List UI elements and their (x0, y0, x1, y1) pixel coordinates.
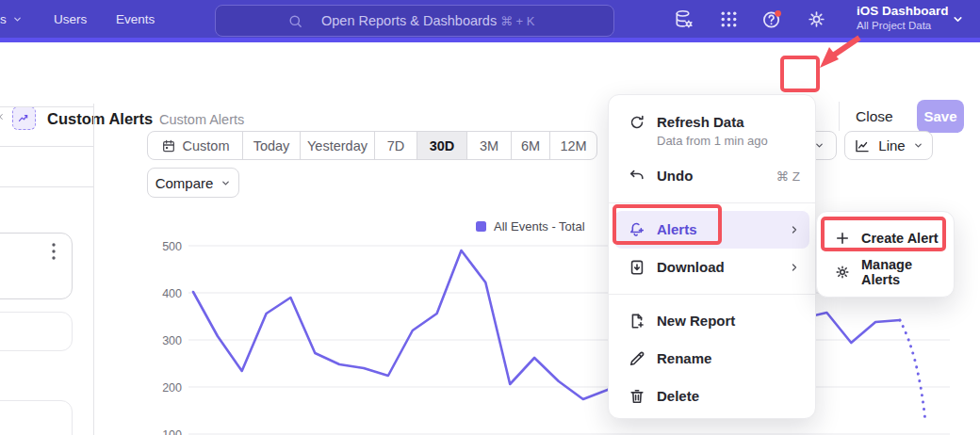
kebab-menu-icon[interactable] (48, 242, 59, 263)
menu-item-delete[interactable]: Delete (609, 378, 815, 415)
dashboard-card-partial[interactable] (0, 233, 73, 299)
context-menu: Refresh Data Data from 1 min ago Undo ⌘ … (608, 94, 816, 419)
chevron-down-icon (952, 13, 964, 25)
rail-divider (0, 146, 93, 147)
chevron-right-icon (789, 262, 800, 273)
y-axis-label: 200 (162, 381, 182, 395)
menu-divider (609, 202, 815, 203)
new-report-icon (628, 312, 646, 330)
app-window: s Users Events Open Reports & Dashboards… (0, 0, 980, 435)
settings-gear-icon[interactable] (806, 8, 827, 30)
menu-item-undo[interactable]: Undo ⌘ Z (609, 157, 815, 195)
search-icon (287, 13, 303, 29)
trash-icon (628, 387, 646, 406)
menu-item-shortcut: ⌘ Z (776, 169, 801, 184)
submenu-item-label: Create Alert (861, 231, 939, 246)
alerts-submenu: Create Alert Manage Alerts (816, 211, 955, 298)
manage-alerts-menu-item[interactable]: Manage Alerts (817, 255, 954, 289)
insights-chart-icon (17, 111, 31, 125)
menu-item-download[interactable]: Download (609, 249, 815, 286)
chevron-right-icon (789, 224, 800, 235)
nav-item-users[interactable]: Users (54, 0, 87, 38)
menu-item-label: Undo (657, 167, 693, 185)
menu-item-label: Alerts (657, 220, 697, 239)
search-shortcut-hint: ⌘ + K (500, 14, 535, 28)
y-axis-label: 400 (162, 287, 182, 300)
bell-plus-icon (628, 220, 646, 239)
dashboard-card-partial[interactable] (0, 312, 73, 351)
refresh-icon (628, 113, 646, 132)
y-axis-label: 500 (162, 240, 182, 253)
menu-item-label: Refresh Data (657, 113, 768, 132)
create-alert-menu-item[interactable]: Create Alert (817, 221, 954, 255)
download-icon (628, 258, 646, 277)
menu-item-label: Delete (657, 387, 699, 406)
search-placeholder: Open Reports & Dashboards (321, 13, 497, 28)
menu-item-new-report[interactable]: New Report (609, 302, 815, 340)
rail-divider (0, 106, 93, 107)
menu-divider (609, 294, 815, 295)
notification-dot (775, 10, 781, 17)
menu-item-label: New Report (657, 312, 735, 330)
gear-icon (834, 264, 851, 281)
project-selector[interactable]: iOS Dashboard All Project Data (857, 3, 951, 36)
y-axis-label: 300 (162, 334, 182, 347)
dashboard-card-partial[interactable] (0, 400, 73, 435)
nav-item-events[interactable]: Events (116, 0, 155, 38)
undo-icon (628, 167, 646, 185)
line-series-dotted-projection (900, 320, 925, 422)
top-navbar: s Users Events Open Reports & Dashboards… (0, 0, 980, 38)
data-management-icon[interactable] (673, 8, 694, 30)
rail-divider (0, 186, 93, 187)
help-icon[interactable] (761, 8, 783, 30)
menu-item-sublabel: Data from 1 min ago (657, 132, 768, 150)
menu-item-rename[interactable]: Rename (609, 340, 815, 378)
report-type-chip (12, 106, 36, 130)
project-scope: All Project Data (857, 19, 951, 32)
menu-item-label: Download (657, 258, 725, 277)
nav-item-events-label: Events (116, 12, 155, 26)
nav-item-partial-label: s (0, 12, 7, 26)
report-header: Custom Alerts Custom Alerts GV Duplicate… (0, 42, 980, 104)
alerts-menu-item[interactable]: Alerts (614, 211, 809, 249)
menu-item-label: Rename (657, 349, 711, 368)
plus-icon (834, 230, 851, 247)
y-axis-label: 100 (162, 428, 182, 435)
nav-item-users-label: Users (54, 12, 87, 26)
pencil-icon (628, 349, 646, 368)
nav-item-partial[interactable]: s (0, 0, 23, 38)
apps-grid-icon[interactable] (718, 8, 740, 30)
project-name: iOS Dashboard (857, 3, 951, 19)
menu-item-refresh-data[interactable]: Refresh Data Data from 1 min ago (609, 106, 815, 157)
collapse-chevron-icon[interactable] (0, 111, 6, 122)
submenu-item-label: Manage Alerts (861, 257, 940, 287)
chevron-down-icon (12, 14, 23, 24)
global-search-input[interactable]: Open Reports & Dashboards ⌘ + K (215, 5, 614, 37)
